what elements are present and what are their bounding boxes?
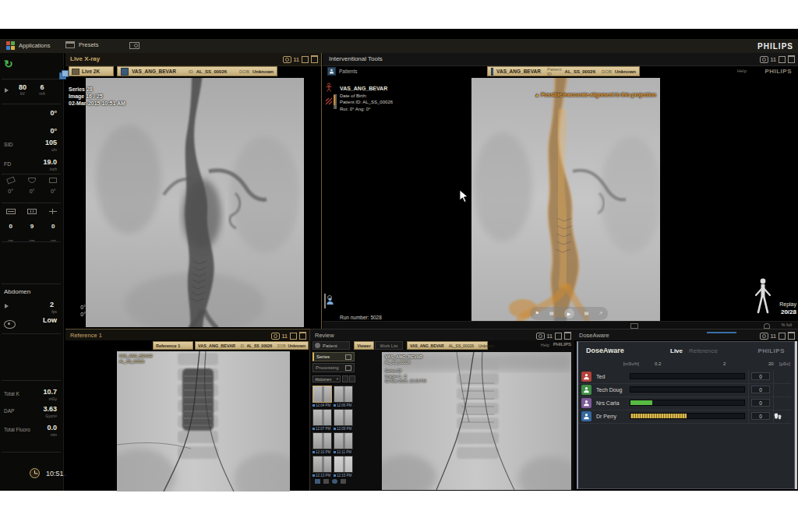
thumbnail-7[interactable]: 12:13 PM [312, 456, 332, 477]
tab-reference-patient[interactable]: VAS_ANG_BEVAR ID AL_SS_00026 DOB Unknown [195, 341, 309, 350]
figure-tool-icon[interactable] [324, 81, 334, 94]
processing-button[interactable]: Processing [312, 363, 355, 372]
film-icon[interactable] [630, 323, 638, 329]
popout-icon[interactable] [290, 333, 297, 340]
orientation-icon[interactable] [326, 294, 334, 308]
menubar: Applications Presets PHILIPS [0, 39, 798, 54]
thumbnail-6[interactable]: 12:11 PM [334, 432, 353, 454]
bookmark-icon[interactable]: ⚑ [535, 307, 539, 320]
thumbnail-4[interactable]: 12:09 PM [334, 409, 353, 431]
next-run-icon[interactable]: ▤ [584, 307, 589, 320]
workspot-icon[interactable] [129, 42, 139, 49]
carm-tilt-icon[interactable] [6, 177, 16, 185]
person-icon [583, 386, 590, 393]
cd-icon[interactable] [332, 479, 337, 484]
live-rot: 0° [72, 304, 86, 311]
tab-worklist[interactable]: Work List [375, 341, 403, 350]
delete-icon[interactable] [341, 479, 346, 484]
layout-button[interactable] [342, 375, 348, 382]
filter-button[interactable] [349, 375, 355, 382]
fluoro-time-label: Total Fluoro [4, 427, 30, 432]
wedge-filter-icon[interactable] [48, 209, 58, 214]
screen-icon[interactable] [760, 56, 768, 63]
tab-reference[interactable]: Reference 1 [153, 341, 193, 350]
staff-row-doug[interactable]: Tech Doug 0 [578, 383, 791, 397]
prev-run-icon[interactable]: ▤ [549, 307, 554, 320]
maximize-icon[interactable] [788, 332, 795, 340]
patients-button[interactable]: Patients [327, 67, 358, 76]
thumbnail-1[interactable]: 12:04 PM [312, 386, 332, 407]
thumbnail-5[interactable]: 12:10 PM [312, 432, 332, 454]
doseaware-card: DoseAware Live Reference PHILIPS [mSv/h]… [577, 341, 795, 489]
staff-row-perry[interactable]: Dr Perry 0 [578, 410, 791, 424]
patient-name: VAS_ANG_BEVAR [198, 344, 235, 348]
shutter-horizontal-icon[interactable] [6, 209, 16, 214]
review-patient-tab[interactable]: VAS_ANG_BEVAR AL_SS_00026 Unknown [407, 341, 488, 350]
screen-icon[interactable] [283, 56, 291, 63]
philips-wordmark: PHILIPS [764, 68, 792, 75]
maximize-icon[interactable] [564, 332, 571, 340]
popout-icon[interactable] [779, 333, 786, 340]
tab-viewer[interactable]: Viewer [354, 341, 374, 350]
print-icon[interactable] [323, 479, 329, 484]
workstation-ui: Applications Presets PHILIPS ↻ 80 kV 6 m… [0, 29, 798, 491]
tools-image[interactable]: ▲ Possible inaccurate alignment in this … [471, 78, 660, 321]
review-image[interactable]: VAS_ANG_BEVAR AL_SS_00026 Series 28 Imag… [382, 352, 571, 490]
tools-patient-banner[interactable]: VAS_ANG_BEVAR Patient ID AL_SS_00026 DOB… [487, 66, 640, 76]
shutter-vertical-icon[interactable] [27, 209, 37, 214]
maximize-icon[interactable] [299, 332, 306, 340]
play-button[interactable]: ▶ [564, 308, 574, 319]
window-count: 11 [771, 333, 776, 339]
roadmap-tool-icon[interactable] [335, 94, 337, 109]
staff-row-ted[interactable]: Ted 0 [578, 370, 791, 384]
thumbnail-3[interactable]: 12:07 PM [312, 409, 332, 431]
help-link[interactable]: Help [737, 69, 747, 73]
overlay-patient-id: AL_SS_00026 [119, 359, 153, 365]
help-link[interactable]: Help [541, 343, 549, 347]
fluoro-eye-icon[interactable] [4, 320, 16, 329]
popout-icon[interactable] [302, 56, 309, 63]
series-button[interactable]: Series [312, 352, 355, 361]
reference-image[interactable]: VAS_ANG_BEVAR AL_SS_00026 [117, 351, 290, 491]
send-icon[interactable]: ↗ [598, 307, 602, 320]
staff-row-carla[interactable]: Nrs Carla 0 [578, 396, 791, 410]
applications-label: Applications [19, 42, 50, 49]
mode-reference[interactable]: Reference [689, 347, 718, 354]
measure-tool-icon[interactable] [324, 95, 334, 108]
maximize-icon[interactable] [311, 55, 318, 63]
doseaware-scrollbar[interactable] [795, 341, 797, 489]
table-tilt-icon[interactable] [49, 178, 57, 183]
dose-rate-bar [630, 413, 745, 419]
review-patient-button[interactable]: Patient [312, 341, 350, 350]
export-icon[interactable] [315, 479, 320, 484]
screen-icon[interactable] [271, 333, 280, 340]
thumbnail-8[interactable]: 12:15 PM [334, 456, 353, 477]
screen-icon[interactable] [760, 333, 768, 340]
reset-icon[interactable]: ↻ [4, 58, 13, 70]
review-overlay-info: VAS_ANG_BEVAR AL_SS_00026 Series 28 Imag… [385, 354, 426, 384]
popout-icon[interactable] [555, 333, 562, 340]
screen-icon[interactable] [536, 333, 545, 340]
tab-live-patient[interactable]: VAS_ANG_BEVAR ID AL_SS_00026 DOB Unknown [117, 66, 277, 76]
series-label: Series 28 [69, 86, 125, 93]
thumbnail-2[interactable]: 12:06 PM [334, 386, 353, 407]
staff-avatar [581, 411, 591, 421]
applications-menu[interactable]: Applications [6, 41, 50, 50]
compare-icon[interactable] [59, 70, 67, 78]
angiogram-live [86, 78, 304, 327]
staff-avatar [581, 372, 591, 382]
mode-live[interactable]: Live [670, 347, 683, 354]
tab-live-2k[interactable]: Live 2K [69, 66, 114, 76]
procedure-dropdown[interactable]: Abdomen ▾ [312, 375, 341, 382]
live-xray-image[interactable]: Series 28 Image 16 / 25 02-Mar-2015 10:5… [86, 78, 304, 327]
window-count: 11 [282, 333, 288, 339]
live-xray-title: Live X-ray [70, 55, 100, 62]
interventional-tools-panel: Interventional Tools 11 Patients VAS_ANG… [323, 53, 798, 329]
tools-toolbar-bottom [324, 294, 337, 308]
maximize-icon[interactable] [788, 55, 795, 63]
carm-cradle-icon[interactable] [28, 178, 36, 183]
screen: Applications Presets PHILIPS ↻ 80 kV 6 m… [0, 0, 798, 532]
presets-menu[interactable]: Presets [65, 41, 98, 48]
popout-icon[interactable] [779, 56, 786, 63]
overlay-dob: Date of Birth: [340, 93, 393, 100]
